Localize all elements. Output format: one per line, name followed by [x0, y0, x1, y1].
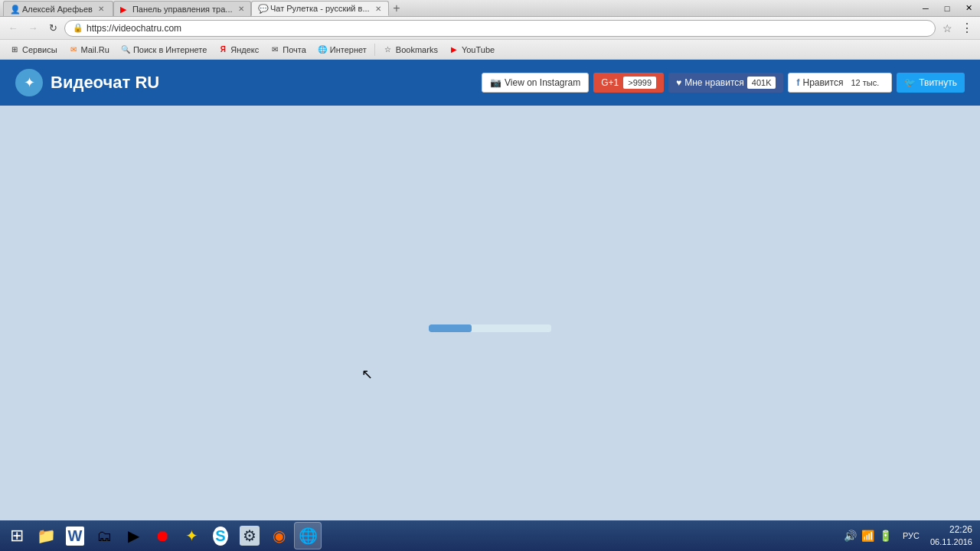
twitter-icon: 🐦 — [904, 77, 916, 88]
gplus-count: >9999 — [623, 77, 656, 89]
taskbar-left: ⊞ 📁 W 🗂 ▶ ⏺ ✦ S ⚙ — [3, 522, 322, 549]
bookmark-internet-label: Интернет — [330, 45, 367, 54]
address-text: https://videochatru.com — [87, 23, 181, 34]
skype-taskbar[interactable]: S — [207, 522, 234, 549]
cursor: ↖ — [361, 366, 373, 383]
skype-icon: S — [213, 527, 227, 546]
window-controls: ─ □ ✕ — [916, 0, 980, 16]
twitter-label: Твитнуть — [919, 77, 957, 88]
site-logo: ✦ Видеочат RU — [15, 69, 159, 96]
back-button[interactable]: ← — [5, 20, 21, 37]
bookmark-servisy[interactable]: ⊞ Сервисы — [5, 42, 62, 57]
bookmark-youtube-label: YouTube — [462, 45, 495, 54]
record-icon: ⏺ — [155, 527, 170, 545]
bookmarks-bar: ⊞ Сервисы ✉ Mail.Ru 🔍 Поиск в Интернете … — [0, 40, 980, 60]
page-content: ↖ — [0, 106, 980, 551]
bookmark-servisy-label: Сервисы — [22, 45, 57, 54]
gplus-label: G+1 — [601, 77, 619, 88]
twitter-button[interactable]: 🐦 Твитнуть — [897, 73, 965, 93]
tab-1[interactable]: 👤 Алексей Арефьев ✕ — [3, 1, 113, 16]
instagram-label: View on Instagram — [505, 77, 580, 88]
servisy-icon: ⊞ — [9, 44, 20, 55]
site-header: ✦ Видеочат RU 📷 View on Instagram G+1 >9… — [0, 60, 980, 106]
bookmark-star-button[interactable]: ☆ — [939, 20, 956, 37]
minimize-button[interactable]: ─ — [916, 2, 936, 15]
bookmark-yandex[interactable]: Я Яндекс — [213, 42, 263, 57]
windows-logo-icon: ⊞ — [10, 526, 24, 546]
like-heart-icon: ♥ — [676, 77, 681, 88]
title-bar: 👤 Алексей Арефьев ✕ ▶ Панель управления … — [0, 0, 980, 17]
loading-container — [429, 324, 551, 332]
tab-3-close[interactable]: ✕ — [373, 3, 384, 14]
tab-bar: 👤 Алексей Арефьев ✕ ▶ Панель управления … — [0, 0, 404, 16]
logo-symbol: ✦ — [24, 74, 35, 91]
chrome-taskbar[interactable]: 🌐 — [294, 522, 322, 549]
internet-icon: 🌐 — [317, 44, 328, 55]
file-explorer-taskbar[interactable]: 📁 — [32, 522, 60, 549]
tab-1-close[interactable]: ✕ — [96, 4, 106, 15]
clock-time: 22:26 — [930, 523, 972, 536]
loading-progress-bar — [429, 324, 472, 332]
like-label: Мне нравится — [684, 77, 744, 88]
app-icon: ✦ — [185, 527, 198, 545]
vk-count: 12 тыс. — [846, 77, 884, 89]
bookmark-bookmarks[interactable]: ☆ Bookmarks — [378, 42, 443, 57]
forward-button[interactable]: → — [24, 20, 41, 37]
media-player-taskbar[interactable]: ▶ — [119, 522, 147, 549]
tab-3-favicon: 💬 — [258, 4, 267, 13]
word-icon: W — [66, 527, 85, 546]
bookmark-mail-label: Почта — [283, 45, 306, 54]
ssl-lock-icon: 🔒 — [73, 23, 83, 33]
gplus-button[interactable]: G+1 >9999 — [593, 73, 664, 93]
app2-taskbar[interactable]: ◉ — [265, 522, 292, 549]
tab-2[interactable]: ▶ Панель управления тра... ✕ — [113, 1, 251, 16]
bookmark-mailru-label: Mail.Ru — [81, 45, 109, 54]
bookmark-separator — [374, 44, 375, 56]
instagram-button[interactable]: 📷 View on Instagram — [482, 73, 589, 93]
system-clock[interactable]: 22:26 06.11.2016 — [926, 523, 977, 548]
word-taskbar[interactable]: W — [61, 522, 89, 549]
bookmark-mail[interactable]: ✉ Почта — [265, 42, 311, 57]
bookmark-yandex-label: Яндекс — [230, 45, 259, 54]
refresh-button[interactable]: ↻ — [44, 20, 61, 37]
app-taskbar[interactable]: ✦ — [178, 522, 205, 549]
bookmark-search-label: Поиск в Интернете — [133, 45, 207, 54]
start-button[interactable]: ⊞ — [3, 522, 31, 549]
app2-icon: ◉ — [273, 527, 286, 545]
like-button[interactable]: ♥ Мне нравится 401K — [668, 73, 783, 93]
tab-2-label: Панель управления тра... — [132, 5, 233, 14]
youtube-icon: ▶ — [449, 44, 459, 55]
tab-2-close[interactable]: ✕ — [236, 4, 247, 15]
battery-icon[interactable]: 🔋 — [879, 530, 892, 542]
bookmark-mailru[interactable]: ✉ Mail.Ru — [64, 42, 114, 57]
logo-text[interactable]: Видеочат RU — [51, 73, 159, 93]
network-icon[interactable]: 📶 — [861, 530, 874, 542]
record-taskbar[interactable]: ⏺ — [149, 522, 176, 549]
yandex-icon: Я — [217, 44, 228, 55]
steam-taskbar[interactable]: ⚙ — [236, 522, 263, 549]
file-explorer-icon: 📁 — [37, 527, 56, 545]
language-indicator[interactable]: РУС — [900, 530, 923, 542]
bookmark-internet[interactable]: 🌐 Интернет — [312, 42, 371, 57]
folder-icon: 🗂 — [96, 527, 112, 545]
clock-date: 06.11.2016 — [930, 536, 972, 548]
browser-window: 👤 Алексей Арефьев ✕ ▶ Панель управления … — [0, 0, 980, 551]
logo-icon: ✦ — [15, 69, 43, 96]
browser-menu-button[interactable]: ⋮ — [959, 20, 975, 37]
bookmark-search[interactable]: 🔍 Поиск в Интернете — [116, 42, 211, 57]
new-tab-button[interactable]: + — [389, 1, 404, 16]
tab-3[interactable]: 💬 Чат Рулетка - русский в... ✕ — [251, 1, 389, 16]
vk-button[interactable]: f Нравится 12 тыс. — [788, 73, 892, 93]
bookmark-youtube[interactable]: ▶ YouTube — [444, 42, 499, 57]
tab-3-label: Чат Рулетка - русский в... — [270, 4, 370, 13]
bookmarks-icon: ☆ — [383, 44, 394, 55]
bookmark-bookmarks-label: Bookmarks — [396, 45, 438, 54]
close-button[interactable]: ✕ — [959, 2, 978, 15]
system-tray: 🔊 📶 🔋 — [839, 530, 897, 542]
volume-icon[interactable]: 🔊 — [844, 530, 857, 542]
folder-taskbar[interactable]: 🗂 — [90, 522, 118, 549]
search-icon: 🔍 — [120, 44, 131, 55]
address-bar[interactable]: 🔒 https://videochatru.com — [64, 20, 936, 37]
maximize-button[interactable]: □ — [937, 2, 957, 15]
mailru-icon: ✉ — [68, 44, 79, 55]
